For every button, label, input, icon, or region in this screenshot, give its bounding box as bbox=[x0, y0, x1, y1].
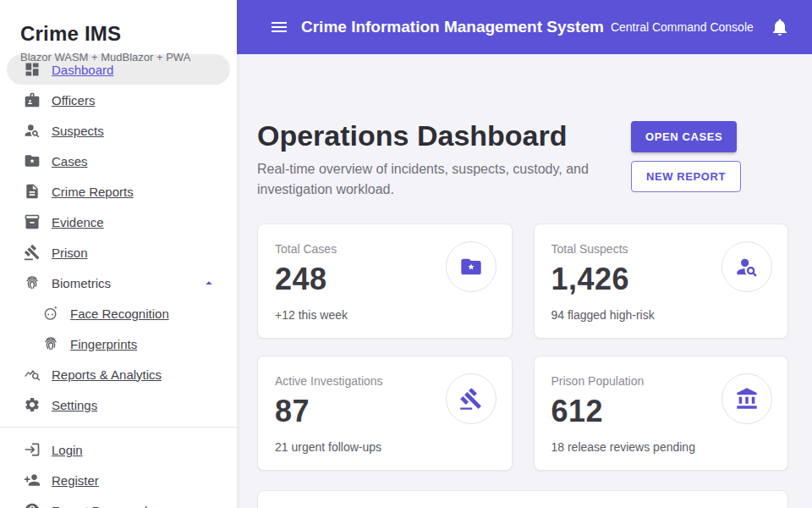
page-description: Real-time overview of incidents, suspect… bbox=[257, 159, 595, 200]
sidebar-item-login[interactable]: Login bbox=[7, 434, 230, 465]
sidebar-item-label: Face Recognition bbox=[70, 306, 169, 321]
open-cases-button[interactable]: OPEN CASES bbox=[631, 121, 737, 152]
sidebar-item-evidence[interactable]: Evidence bbox=[7, 207, 230, 237]
sidebar-item-register[interactable]: Register bbox=[7, 465, 230, 495]
main-content: Operations Dashboard Real-time overview … bbox=[237, 54, 812, 508]
person-search-icon bbox=[735, 255, 759, 279]
sidebar-item-label: Officers bbox=[52, 93, 95, 108]
gear-icon bbox=[24, 396, 41, 413]
gavel-icon bbox=[24, 244, 41, 261]
sidebar-item-officers[interactable]: Officers bbox=[7, 85, 230, 115]
sidebar-item-label: Fingerprints bbox=[70, 337, 137, 351]
person-add-icon bbox=[24, 472, 41, 489]
bottom-panel bbox=[257, 490, 788, 508]
sidebar: Crime IMS Blazor WASM + MudBlazor + PWA … bbox=[0, 0, 237, 508]
sidebar-item-cases[interactable]: Cases bbox=[7, 146, 230, 176]
sidebar-item-reports-analytics[interactable]: Reports & Analytics bbox=[7, 359, 230, 389]
person-search-icon bbox=[24, 122, 41, 139]
sidebar-item-label: Login bbox=[52, 443, 83, 457]
page-header-text: Operations Dashboard Real-time overview … bbox=[257, 119, 595, 200]
sidebar-item-prison[interactable]: Prison bbox=[7, 237, 230, 268]
app-title: Crime IMS bbox=[20, 22, 121, 46]
document-icon bbox=[24, 183, 41, 200]
fingerprint-icon bbox=[42, 335, 59, 352]
sidebar-item-settings[interactable]: Settings bbox=[7, 389, 230, 420]
dashboard-icon bbox=[24, 61, 41, 78]
stat-card-prison-population: Prison Population 612 18 release reviews… bbox=[534, 356, 789, 471]
appbar-title: Crime Information Management System bbox=[301, 18, 604, 36]
sidebar-divider bbox=[0, 427, 237, 428]
stat-caption: 21 urgent follow-ups bbox=[275, 440, 495, 454]
sidebar-item-label: Cases bbox=[52, 154, 88, 168]
notifications-button[interactable] bbox=[763, 10, 797, 44]
sidebar-item-label: Evidence bbox=[52, 215, 104, 229]
stat-card-total-cases: Total Cases 248 +12 this week bbox=[257, 224, 513, 339]
collapse-arrow-icon[interactable] bbox=[201, 275, 217, 290]
folder-star-icon bbox=[459, 255, 483, 279]
stat-caption: 18 release reviews pending bbox=[551, 440, 771, 454]
sidebar-item-crime-reports[interactable]: Crime Reports bbox=[7, 176, 230, 207]
gavel-icon bbox=[459, 387, 483, 411]
sidebar-group-biometrics[interactable]: Biometrics bbox=[7, 268, 230, 298]
sidebar-item-label: Dashboard bbox=[52, 63, 113, 77]
sidebar-item-label: Crime Reports bbox=[52, 185, 134, 199]
evidence-box-icon bbox=[24, 213, 41, 230]
menu-button[interactable] bbox=[262, 10, 296, 44]
sidebar-item-label: Forgot Password bbox=[52, 504, 147, 508]
sidebar-item-dashboard[interactable]: Dashboard bbox=[7, 54, 230, 85]
sidebar-item-forgot-password[interactable]: Forgot Password bbox=[7, 495, 230, 508]
bell-icon bbox=[770, 17, 790, 37]
sidebar-item-label: Settings bbox=[52, 398, 97, 412]
stat-avatar bbox=[446, 373, 497, 424]
stats-grid: Total Cases 248 +12 this week Total Susp… bbox=[257, 224, 788, 471]
query-stats-icon bbox=[24, 366, 41, 383]
page-actions: OPEN CASES NEW REPORT bbox=[631, 119, 788, 200]
new-report-button[interactable]: NEW REPORT bbox=[631, 161, 741, 192]
face-icon bbox=[42, 305, 59, 322]
stat-card-active-investigations: Active Investigations 87 21 urgent follo… bbox=[257, 356, 513, 471]
sidebar-item-label: Suspects bbox=[52, 124, 104, 138]
stat-card-total-suspects: Total Suspects 1,426 94 flagged high-ris… bbox=[534, 224, 789, 339]
sidebar-item-fingerprints[interactable]: Fingerprints bbox=[7, 329, 230, 359]
stat-avatar bbox=[446, 241, 497, 292]
stat-avatar bbox=[721, 373, 772, 424]
stat-avatar bbox=[721, 241, 772, 292]
sidebar-item-suspects[interactable]: Suspects bbox=[7, 115, 230, 146]
help-icon bbox=[24, 502, 41, 508]
fingerprint-icon bbox=[24, 274, 41, 291]
stat-caption: +12 this week bbox=[275, 308, 495, 322]
stat-caption: 94 flagged high-risk bbox=[551, 308, 771, 322]
sidebar-item-label: Prison bbox=[52, 246, 88, 260]
sidebar-item-label: Reports & Analytics bbox=[52, 367, 162, 382]
login-icon bbox=[24, 441, 41, 458]
hamburger-icon bbox=[269, 17, 289, 37]
page-title: Operations Dashboard bbox=[257, 119, 595, 152]
page-header: Operations Dashboard Real-time overview … bbox=[257, 119, 788, 200]
folder-star-icon bbox=[24, 152, 41, 169]
sidebar-item-face-recognition[interactable]: Face Recognition bbox=[7, 298, 230, 329]
appbar-subtitle: Central Command Console bbox=[611, 20, 754, 34]
sidebar-item-label: Biometrics bbox=[52, 276, 111, 290]
sidebar-nav: Dashboard Officers Suspects Cases Crime … bbox=[0, 54, 237, 508]
bank-icon bbox=[735, 387, 759, 411]
appbar: Crime Information Management System Cent… bbox=[237, 0, 812, 54]
sidebar-item-label: Register bbox=[52, 473, 99, 488]
badge-icon bbox=[24, 91, 41, 108]
